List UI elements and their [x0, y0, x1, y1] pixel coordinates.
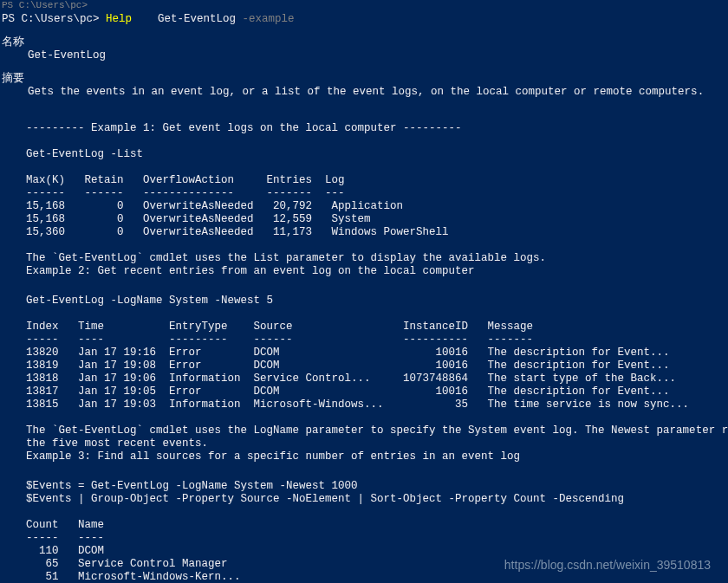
example3-command1: $Events = Get-EventLog -LogName System -… — [26, 480, 726, 493]
name-value: Get-EventLog — [2, 49, 726, 62]
help-command: Help — [106, 13, 132, 25]
example1-row: 15,360 0 OverwriteAsNeeded 11,173 Window… — [26, 226, 726, 239]
example3-table-sep: ----- ---- — [26, 532, 726, 545]
example2-table-headers: Index Time EntryType Source InstanceID M… — [26, 321, 726, 334]
example2-table-sep: ----- ---- --------- ------ ---------- -… — [26, 334, 726, 347]
example2-row: 13817 Jan 17 19:05 Error DCOM 10016 The … — [26, 385, 726, 398]
name-section: 名称 Get-EventLog — [0, 35, 728, 64]
watermark-text: https://blog.csdn.net/weixin_39510813 — [504, 558, 711, 573]
synopsis-header: 摘要 — [2, 73, 726, 86]
example1-table-headers: Max(K) Retain OverflowAction Entries Log — [26, 174, 726, 187]
truncated-prompt: PS C:\Users\pc> — [0, 0, 728, 11]
example3-table-headers: Count Name — [26, 519, 726, 532]
example1-table-sep: ------ ------ -------------- ------- --- — [26, 187, 726, 200]
example2-intro: Example 2: Get recent entries from an ev… — [26, 265, 726, 278]
example1-section: --------- Example 1: Get event logs on t… — [0, 120, 728, 280]
synopsis-value: Gets the events in an event log, or a li… — [2, 86, 726, 99]
example2-row: 13815 Jan 17 19:03 Information Microsoft… — [26, 398, 726, 411]
example2-note: the five most recent events. — [26, 437, 726, 450]
example1-command: Get-EventLog -List — [26, 148, 726, 161]
command-prompt-line[interactable]: PS C:\Users\pc> Help Get-EventLog -examp… — [0, 11, 728, 28]
example1-row: 15,168 0 OverwriteAsNeeded 12,559 System — [26, 213, 726, 226]
example3-intro: Example 3: Find all sources for a specif… — [26, 450, 726, 463]
example3-row: 110 DCOM — [26, 545, 726, 558]
example2-command: Get-EventLog -LogName System -Newest 5 — [26, 295, 726, 308]
terminal-output: PS C:\Users\pc> PS C:\Users\pc> Help Get… — [0, 0, 728, 583]
synopsis-section: 摘要 Gets the events in an event log, or a… — [0, 71, 728, 100]
cmdlet-param: -example — [243, 13, 295, 25]
example2-row: 13819 Jan 17 19:08 Error DCOM 10016 The … — [26, 360, 726, 372]
example1-header: --------- Example 1: Get event logs on t… — [26, 122, 726, 135]
example2-note: The `Get-EventLog` cmdlet uses the LogNa… — [26, 424, 726, 437]
example2-row: 13820 Jan 17 19:16 Error DCOM 10016 The … — [26, 347, 726, 360]
example3-row: 51 Microsoft-Windows-Kern... — [26, 571, 726, 583]
example3-command2: $Events | Group-Object -Property Source … — [26, 493, 726, 506]
example1-row: 15,168 0 OverwriteAsNeeded 20,792 Applic… — [26, 200, 726, 213]
prompt-path: PS C:\Users\pc> — [2, 13, 100, 25]
cmdlet-name: Get-EventLog — [158, 13, 236, 25]
example2-section: Get-EventLog -LogName System -Newest 5 I… — [0, 293, 728, 465]
example2-row: 13818 Jan 17 19:06 Information Service C… — [26, 372, 726, 385]
name-header: 名称 — [2, 36, 726, 49]
example1-note: The `Get-EventLog` cmdlet uses the List … — [26, 252, 726, 265]
